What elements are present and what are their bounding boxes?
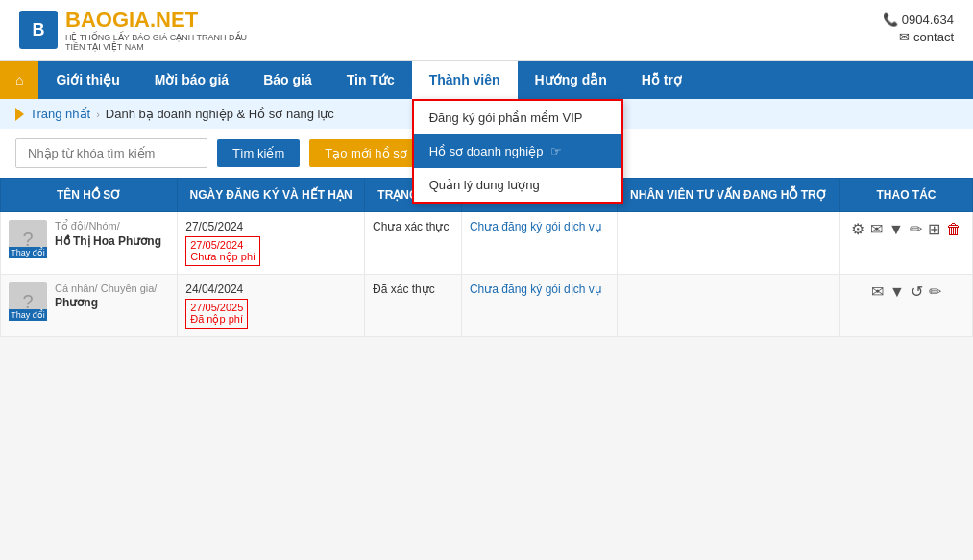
nav-home[interactable]: ⌂ <box>0 61 38 99</box>
breadcrumb-home[interactable]: Trang nhất <box>30 107 90 121</box>
nav-guide[interactable]: Hướng dẫn <box>518 61 624 99</box>
filter-icon-2[interactable]: ▼ <box>889 283 905 301</box>
edit-icon-2[interactable]: ✏ <box>929 282 941 301</box>
cell-service-2: Chưa đăng ký gói dịch vụ <box>461 275 617 337</box>
col-thao-tac: THAO TÁC <box>839 179 972 212</box>
search-input[interactable] <box>15 138 207 168</box>
user-name-2: Phương <box>55 296 157 309</box>
nav-support[interactable]: Hỗ trợ <box>624 61 699 99</box>
mail-icon[interactable]: ✉ <box>870 220 883 238</box>
date-exp-1: 27/05/2024 Chưa nộp phí <box>185 236 260 266</box>
breadcrumb-arrow-icon <box>15 108 24 121</box>
email-contact: contact <box>883 30 954 44</box>
member-dropdown: Đăng ký gói phần mềm VIP Hồ sơ doanh ngh… <box>412 99 623 204</box>
logo-brand-name: BAOGIA <box>65 8 150 32</box>
contact-area: 0904.634 contact <box>883 12 954 47</box>
breadcrumb-current: Danh bạ doanh nghiệp & Hồ sơ năng lực <box>106 107 334 121</box>
cell-status-2: Đã xác thực <box>365 275 462 337</box>
user-name-1: Hồ Thị Hoa Phương <box>55 234 161 248</box>
cell-date-2: 24/04/2024 27/05/2025 Đã nộp phí <box>178 275 365 337</box>
cursor-icon: ☞ <box>550 144 562 158</box>
cell-date-1: 27/05/2024 27/05/2024 Chưa nộp phí <box>178 212 365 275</box>
logo-icon: B <box>19 11 58 49</box>
table-row: ? Thay đổi Cá nhân/ Chuyên gia/ Phương 2… <box>1 275 973 337</box>
cell-name-1: ? Thay đổi Tổ đội/Nhóm/ Hồ Thị Hoa Phươn… <box>1 212 178 275</box>
dropdown-register-vip[interactable]: Đăng ký gói phần mềm VIP <box>414 101 621 134</box>
settings-icon[interactable]: ⚙ <box>851 220 864 238</box>
user-type-1: Tổ đội/Nhóm/ <box>55 220 161 232</box>
org-icon[interactable]: ⊞ <box>928 220 940 238</box>
nav-news[interactable]: Tin Tức <box>329 61 412 99</box>
cell-name-2: ? Thay đổi Cá nhân/ Chuyên gia/ Phương <box>1 275 178 337</box>
cell-actions-1: ⚙ ✉ ▼ ✏ ⊞ 🗑 <box>839 212 972 275</box>
user-info-2: Cá nhân/ Chuyên gia/ Phương <box>55 282 157 309</box>
avatar-1: ? Thay đổi <box>9 220 47 258</box>
table-row: ? Thay đổi Tổ đội/Nhóm/ Hồ Thị Hoa Phươn… <box>1 212 973 275</box>
user-info-1: Tổ đội/Nhóm/ Hồ Thị Hoa Phương <box>55 220 161 248</box>
nav-request[interactable]: Mời báo giá <box>137 61 246 99</box>
logo-tld: .NET <box>150 8 198 32</box>
date-reg-1: 27/05/2024 <box>185 220 356 233</box>
nav-intro[interactable]: Giới thiệu <box>38 61 136 99</box>
user-type-2: Cá nhân/ Chuyên gia/ <box>55 282 157 294</box>
avatar-badge-2[interactable]: Thay đổi <box>9 309 47 321</box>
navbar: ⌂ Giới thiệu Mời báo giá Báo giá Tin Tức… <box>0 61 973 99</box>
date-exp-2: 27/05/2025 Đã nộp phí <box>185 299 248 329</box>
col-ten-ho-so: TÊN HỒ SƠ <box>1 179 178 212</box>
logo-subtitle: HỆ THỐNG LẤY BÁO GIÁ CẠNH TRANH ĐẦU TIÊN… <box>65 33 257 52</box>
dropdown-quan-ly[interactable]: Quản lý dung lượng <box>414 168 621 202</box>
avatar-2: ? Thay đổi <box>9 282 47 321</box>
edit-icon[interactable]: ✏ <box>910 220 922 238</box>
nav-quote[interactable]: Báo giá <box>246 61 329 99</box>
filter-icon[interactable]: ▼ <box>888 221 904 238</box>
phone-number: 0904.634 <box>883 12 954 27</box>
cell-support-2 <box>617 275 839 337</box>
logo-brand: BAOGIA.NET <box>65 8 257 33</box>
cell-status-1: Chưa xác thực <box>365 212 462 275</box>
nav-member[interactable]: Thành viên <box>412 61 518 99</box>
avatar-badge-1[interactable]: Thay đổi <box>9 247 47 258</box>
logo-area: B BAOGIA.NET HỆ THỐNG LẤY BÁO GIÁ CẠNH T… <box>19 8 257 52</box>
date-reg-2: 24/04/2024 <box>185 282 356 296</box>
header: B BAOGIA.NET HỆ THỐNG LẤY BÁO GIÁ CẠNH T… <box>0 0 973 61</box>
mail-icon-2[interactable]: ✉ <box>871 282 884 301</box>
col-nhan-vien: NHÂN VIÊN TƯ VẤN ĐANG HỖ TRỢ <box>617 179 839 212</box>
cell-support-1 <box>617 212 839 275</box>
search-button[interactable]: Tìm kiếm <box>217 139 300 167</box>
cell-service-1: Chưa đăng ký gói dịch vụ <box>461 212 617 275</box>
dropdown-ho-so-dn[interactable]: Hồ sơ doanh nghiệp ☞ <box>414 134 621 168</box>
breadcrumb-separator: › <box>96 109 100 120</box>
delete-icon[interactable]: 🗑 <box>946 221 961 238</box>
refresh-icon-2[interactable]: ↺ <box>911 282 923 301</box>
nav-member-wrapper: Thành viên Đăng ký gói phần mềm VIP Hồ s… <box>412 61 518 99</box>
col-ngay-dang-ky: NGÀY ĐĂNG KÝ VÀ HẾT HẠN <box>178 179 365 212</box>
create-profile-button[interactable]: Tạo mới hồ sơ <box>309 139 422 167</box>
logo-text: BAOGIA.NET HỆ THỐNG LẤY BÁO GIÁ CẠNH TRA… <box>65 8 257 52</box>
cell-actions-2: ✉ ▼ ↺ ✏ <box>839 275 972 337</box>
